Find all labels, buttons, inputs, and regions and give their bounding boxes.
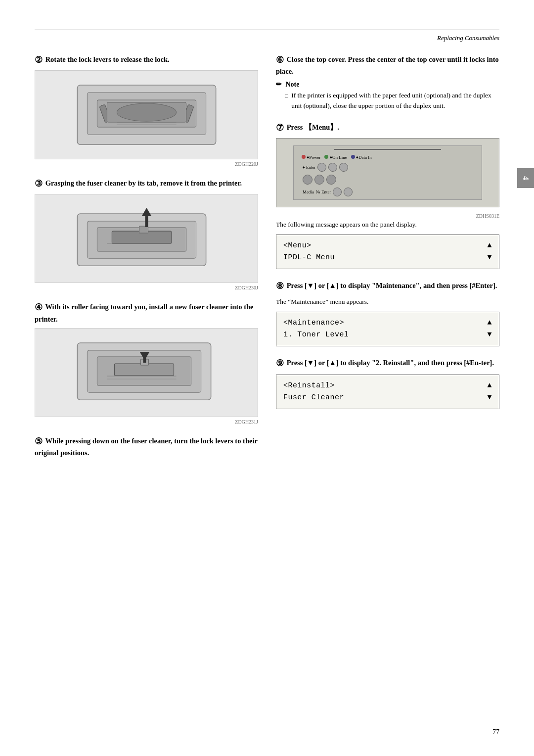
step-6-number: ⑥ <box>276 55 284 65</box>
step-9-number: ⑨ <box>276 358 284 368</box>
display2-line2-left: 1. Toner Level <box>283 329 349 341</box>
step-4-image-id: ZDGH231J <box>35 419 258 425</box>
step-2-text: Rotate the lock levers to release the lo… <box>45 55 170 63</box>
step-6-text: Close the top cover. Press the center of… <box>276 55 499 75</box>
display1-down-arrow: ▼ <box>488 252 492 264</box>
display3-line1-left: <Reinstall> <box>283 380 335 392</box>
step-8-or: or <box>318 282 327 289</box>
step-9-enter-key: [#En-ter] <box>464 359 492 367</box>
note-section: ✏ Note If the printer is equipped with t… <box>276 80 499 111</box>
display2-up-arrow: ▲ <box>488 317 492 329</box>
right-column: ⑥ Close the top cover. Press the center … <box>276 54 499 469</box>
step-8: ⑧ Press [▼] or [▲] to display "Maintenan… <box>276 280 499 346</box>
step-4-header: ④ With its roller facing toward you, ins… <box>35 301 258 324</box>
step-8-number: ⑧ <box>276 281 284 291</box>
step-7-image-id: ZDHS031E <box>276 213 499 219</box>
chapter-tab: 4 <box>517 168 534 188</box>
step-3: ③ Grasping the fuser cleaner by its tab,… <box>35 178 258 290</box>
svg-rect-23 <box>143 352 146 363</box>
left-column: ② Rotate the lock levers to release the … <box>35 54 258 469</box>
display3-line2: Fuser Cleaner ▼ <box>283 392 492 404</box>
header-text: Replacing Consumables <box>35 34 499 42</box>
step-8-header: ⑧ Press [▼] or [▲] to display "Maintenan… <box>276 280 499 292</box>
step-9-or: or <box>318 359 327 367</box>
step-8-text-pre: Press <box>287 282 303 289</box>
page: Replacing Consumables ② Rotate the lock … <box>0 0 534 756</box>
printer-panel-image: ●Power ●On Line ●Data In ♦ Enter <box>276 138 499 207</box>
step-4-number: ④ <box>35 302 43 312</box>
panel-inner: ●Power ●On Line ●Data In ♦ Enter <box>293 145 482 200</box>
step-9-up-key: [▲] <box>327 359 339 367</box>
step-9-text-mid: to display "2. Reinstall", and then pres… <box>340 359 464 367</box>
step-2-number: ② <box>35 55 43 65</box>
display2-line2: 1. Toner Level ▼ <box>283 329 492 341</box>
step-9-down-key: [▼] <box>305 359 316 367</box>
step-8-up-key: [▲] <box>327 282 339 289</box>
display-box-2: <Maintenance> ▲ 1. Toner Level ▼ <box>276 312 499 346</box>
step-4: ④ With its roller facing toward you, ins… <box>35 301 258 424</box>
svg-rect-15 <box>145 216 148 227</box>
svg-marker-14 <box>141 208 151 216</box>
step-2-image <box>35 70 258 159</box>
display3-line1: <Reinstall> ▲ <box>283 380 492 392</box>
svg-rect-20 <box>114 364 174 376</box>
note-body: If the printer is equipped with the pape… <box>276 91 499 111</box>
step-7-number: ⑦ <box>276 123 284 133</box>
step-5-number: ⑤ <box>35 436 43 446</box>
step-7-key: 【Menu】 <box>305 123 337 131</box>
step-3-text: Grasping the fuser cleaner by its tab, r… <box>45 179 242 187</box>
display1-up-arrow: ▲ <box>488 240 492 252</box>
step-2-header: ② Rotate the lock levers to release the … <box>35 54 258 66</box>
panel-message-text: The following message appears on the pan… <box>276 220 499 230</box>
step-5-text: While pressing down on the fuser cleaner… <box>35 437 258 457</box>
step-7: ⑦ Press 【Menu】. ●Power ●On Line ●Data In <box>276 122 499 269</box>
display1-line1: <Menu> ▲ <box>283 240 492 252</box>
step-6-header: ⑥ Close the top cover. Press the center … <box>276 54 499 76</box>
step-9-text-pre: Press <box>287 359 303 367</box>
step-4-text: With its roller facing toward you, insta… <box>35 303 254 323</box>
step-4-illustration <box>46 333 247 412</box>
step-5-header: ⑤ While pressing down on the fuser clean… <box>35 435 258 458</box>
step-9-header: ⑨ Press [▼] or [▲] to display "2. Reinst… <box>276 357 499 370</box>
panel-display <box>334 149 441 150</box>
step-5: ⑤ While pressing down on the fuser clean… <box>35 435 258 458</box>
step-2-image-id: ZDGH220J <box>35 161 258 167</box>
step-8-text-mid: to display "Maintenance", and then press <box>340 282 468 289</box>
step-8-down-key: [▼] <box>305 282 316 289</box>
step-4-image <box>35 328 258 417</box>
step-3-header: ③ Grasping the fuser cleaner by its tab,… <box>35 178 258 190</box>
step-9: ⑨ Press [▼] or [▲] to display "2. Reinst… <box>276 357 499 409</box>
display2-line1: <Maintenance> ▲ <box>283 317 492 329</box>
step-2: ② Rotate the lock levers to release the … <box>35 54 258 167</box>
step-3-illustration <box>46 199 247 278</box>
step-7-text: Press <box>287 123 303 131</box>
display2-down-arrow: ▼ <box>488 329 492 341</box>
page-number: 77 <box>492 728 499 736</box>
step-3-number: ③ <box>35 179 43 189</box>
svg-rect-13 <box>139 226 148 233</box>
display-box-3: <Reinstall> ▲ Fuser Cleaner ▼ <box>276 375 499 409</box>
step-3-image-id: ZDGH230J <box>35 285 258 290</box>
display2-line1-left: <Maintenance> <box>283 317 344 329</box>
step-2-illustration <box>46 75 247 154</box>
step-3-image <box>35 194 258 283</box>
pencil-icon: ✏ <box>276 81 282 88</box>
step-8-enter-key: [#Enter] <box>470 282 495 289</box>
display1-line2: IPDL-C Menu ▼ <box>283 252 492 264</box>
note-title: ✏ Note <box>276 80 499 89</box>
display3-up-arrow: ▲ <box>488 380 492 392</box>
step-7-header: ⑦ Press 【Menu】. <box>276 122 499 134</box>
step-6: ⑥ Close the top cover. Press the center … <box>276 54 499 111</box>
svg-point-6 <box>117 103 176 121</box>
display-box-1: <Menu> ▲ IPDL-C Menu ▼ <box>276 235 499 269</box>
display1-line1-left: <Menu> <box>283 240 312 252</box>
panel-lights: ●Power ●On Line ●Data In <box>299 155 477 160</box>
display3-down-arrow: ▼ <box>488 392 492 404</box>
display3-line2-left: Fuser Cleaner <box>283 392 344 404</box>
maintenance-msg: The “Maintenance” menu appears. <box>276 297 499 307</box>
header-rule <box>35 30 499 30</box>
display1-line2-left: IPDL-C Menu <box>283 252 335 264</box>
